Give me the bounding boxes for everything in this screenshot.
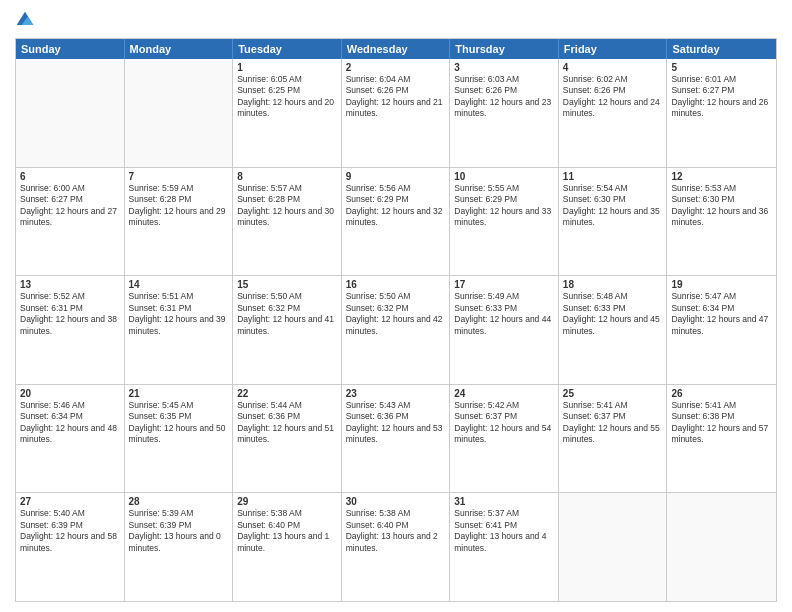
day-info: Sunrise: 5:42 AMSunset: 6:37 PMDaylight:… [454, 400, 554, 446]
day-info: Sunrise: 5:45 AMSunset: 6:35 PMDaylight:… [129, 400, 229, 446]
day-number: 19 [671, 279, 772, 290]
day-info: Sunrise: 6:01 AMSunset: 6:27 PMDaylight:… [671, 74, 772, 120]
day-number: 21 [129, 388, 229, 399]
calendar-cell: 3Sunrise: 6:03 AMSunset: 6:26 PMDaylight… [450, 59, 559, 167]
calendar-cell: 13Sunrise: 5:52 AMSunset: 6:31 PMDayligh… [16, 276, 125, 384]
day-number: 25 [563, 388, 663, 399]
day-number: 22 [237, 388, 337, 399]
header-cell-monday: Monday [125, 39, 234, 59]
calendar-cell: 22Sunrise: 5:44 AMSunset: 6:36 PMDayligh… [233, 385, 342, 493]
calendar-cell: 14Sunrise: 5:51 AMSunset: 6:31 PMDayligh… [125, 276, 234, 384]
day-info: Sunrise: 5:56 AMSunset: 6:29 PMDaylight:… [346, 183, 446, 229]
day-number: 17 [454, 279, 554, 290]
calendar-week-4: 20Sunrise: 5:46 AMSunset: 6:34 PMDayligh… [16, 385, 776, 494]
calendar: SundayMondayTuesdayWednesdayThursdayFrid… [15, 38, 777, 602]
day-number: 24 [454, 388, 554, 399]
calendar-cell: 31Sunrise: 5:37 AMSunset: 6:41 PMDayligh… [450, 493, 559, 601]
day-number: 12 [671, 171, 772, 182]
calendar-cell: 28Sunrise: 5:39 AMSunset: 6:39 PMDayligh… [125, 493, 234, 601]
header [15, 10, 777, 30]
calendar-cell: 10Sunrise: 5:55 AMSunset: 6:29 PMDayligh… [450, 168, 559, 276]
day-number: 31 [454, 496, 554, 507]
day-number: 8 [237, 171, 337, 182]
calendar-cell: 29Sunrise: 5:38 AMSunset: 6:40 PMDayligh… [233, 493, 342, 601]
calendar-cell: 8Sunrise: 5:57 AMSunset: 6:28 PMDaylight… [233, 168, 342, 276]
calendar-cell: 16Sunrise: 5:50 AMSunset: 6:32 PMDayligh… [342, 276, 451, 384]
calendar-cell: 18Sunrise: 5:48 AMSunset: 6:33 PMDayligh… [559, 276, 668, 384]
calendar-cell: 1Sunrise: 6:05 AMSunset: 6:25 PMDaylight… [233, 59, 342, 167]
day-number: 6 [20, 171, 120, 182]
calendar-cell: 30Sunrise: 5:38 AMSunset: 6:40 PMDayligh… [342, 493, 451, 601]
day-number: 20 [20, 388, 120, 399]
day-info: Sunrise: 5:53 AMSunset: 6:30 PMDaylight:… [671, 183, 772, 229]
calendar-cell: 5Sunrise: 6:01 AMSunset: 6:27 PMDaylight… [667, 59, 776, 167]
calendar-cell: 27Sunrise: 5:40 AMSunset: 6:39 PMDayligh… [16, 493, 125, 601]
day-number: 1 [237, 62, 337, 73]
header-cell-wednesday: Wednesday [342, 39, 451, 59]
day-info: Sunrise: 5:50 AMSunset: 6:32 PMDaylight:… [346, 291, 446, 337]
calendar-cell: 26Sunrise: 5:41 AMSunset: 6:38 PMDayligh… [667, 385, 776, 493]
calendar-cell: 11Sunrise: 5:54 AMSunset: 6:30 PMDayligh… [559, 168, 668, 276]
logo-icon [15, 10, 35, 30]
calendar-cell: 4Sunrise: 6:02 AMSunset: 6:26 PMDaylight… [559, 59, 668, 167]
day-info: Sunrise: 5:47 AMSunset: 6:34 PMDaylight:… [671, 291, 772, 337]
calendar-cell: 25Sunrise: 5:41 AMSunset: 6:37 PMDayligh… [559, 385, 668, 493]
day-number: 9 [346, 171, 446, 182]
calendar-cell: 12Sunrise: 5:53 AMSunset: 6:30 PMDayligh… [667, 168, 776, 276]
day-number: 2 [346, 62, 446, 73]
day-info: Sunrise: 6:00 AMSunset: 6:27 PMDaylight:… [20, 183, 120, 229]
calendar-cell: 9Sunrise: 5:56 AMSunset: 6:29 PMDaylight… [342, 168, 451, 276]
day-number: 23 [346, 388, 446, 399]
day-info: Sunrise: 5:50 AMSunset: 6:32 PMDaylight:… [237, 291, 337, 337]
day-info: Sunrise: 5:51 AMSunset: 6:31 PMDaylight:… [129, 291, 229, 337]
day-number: 29 [237, 496, 337, 507]
day-info: Sunrise: 5:39 AMSunset: 6:39 PMDaylight:… [129, 508, 229, 554]
day-info: Sunrise: 6:03 AMSunset: 6:26 PMDaylight:… [454, 74, 554, 120]
day-number: 15 [237, 279, 337, 290]
day-number: 11 [563, 171, 663, 182]
calendar-cell [559, 493, 668, 601]
header-cell-sunday: Sunday [16, 39, 125, 59]
day-number: 14 [129, 279, 229, 290]
day-info: Sunrise: 5:49 AMSunset: 6:33 PMDaylight:… [454, 291, 554, 337]
header-cell-thursday: Thursday [450, 39, 559, 59]
day-info: Sunrise: 5:55 AMSunset: 6:29 PMDaylight:… [454, 183, 554, 229]
header-cell-friday: Friday [559, 39, 668, 59]
calendar-week-1: 1Sunrise: 6:05 AMSunset: 6:25 PMDaylight… [16, 59, 776, 168]
header-cell-saturday: Saturday [667, 39, 776, 59]
day-info: Sunrise: 6:02 AMSunset: 6:26 PMDaylight:… [563, 74, 663, 120]
calendar-cell: 15Sunrise: 5:50 AMSunset: 6:32 PMDayligh… [233, 276, 342, 384]
day-info: Sunrise: 5:48 AMSunset: 6:33 PMDaylight:… [563, 291, 663, 337]
day-number: 18 [563, 279, 663, 290]
day-number: 5 [671, 62, 772, 73]
calendar-cell: 2Sunrise: 6:04 AMSunset: 6:26 PMDaylight… [342, 59, 451, 167]
day-number: 3 [454, 62, 554, 73]
calendar-week-5: 27Sunrise: 5:40 AMSunset: 6:39 PMDayligh… [16, 493, 776, 601]
calendar-cell [125, 59, 234, 167]
calendar-cell [667, 493, 776, 601]
calendar-cell [16, 59, 125, 167]
day-info: Sunrise: 5:44 AMSunset: 6:36 PMDaylight:… [237, 400, 337, 446]
day-info: Sunrise: 5:40 AMSunset: 6:39 PMDaylight:… [20, 508, 120, 554]
calendar-cell: 23Sunrise: 5:43 AMSunset: 6:36 PMDayligh… [342, 385, 451, 493]
day-number: 10 [454, 171, 554, 182]
day-number: 30 [346, 496, 446, 507]
day-info: Sunrise: 6:04 AMSunset: 6:26 PMDaylight:… [346, 74, 446, 120]
day-number: 16 [346, 279, 446, 290]
day-info: Sunrise: 5:41 AMSunset: 6:37 PMDaylight:… [563, 400, 663, 446]
calendar-cell: 21Sunrise: 5:45 AMSunset: 6:35 PMDayligh… [125, 385, 234, 493]
day-number: 4 [563, 62, 663, 73]
day-info: Sunrise: 5:41 AMSunset: 6:38 PMDaylight:… [671, 400, 772, 446]
day-info: Sunrise: 5:38 AMSunset: 6:40 PMDaylight:… [237, 508, 337, 554]
calendar-body: 1Sunrise: 6:05 AMSunset: 6:25 PMDaylight… [16, 59, 776, 601]
calendar-cell: 6Sunrise: 6:00 AMSunset: 6:27 PMDaylight… [16, 168, 125, 276]
day-info: Sunrise: 5:38 AMSunset: 6:40 PMDaylight:… [346, 508, 446, 554]
calendar-week-3: 13Sunrise: 5:52 AMSunset: 6:31 PMDayligh… [16, 276, 776, 385]
calendar-cell: 7Sunrise: 5:59 AMSunset: 6:28 PMDaylight… [125, 168, 234, 276]
calendar-cell: 24Sunrise: 5:42 AMSunset: 6:37 PMDayligh… [450, 385, 559, 493]
day-info: Sunrise: 5:43 AMSunset: 6:36 PMDaylight:… [346, 400, 446, 446]
day-info: Sunrise: 5:59 AMSunset: 6:28 PMDaylight:… [129, 183, 229, 229]
day-info: Sunrise: 5:52 AMSunset: 6:31 PMDaylight:… [20, 291, 120, 337]
day-info: Sunrise: 5:54 AMSunset: 6:30 PMDaylight:… [563, 183, 663, 229]
calendar-week-2: 6Sunrise: 6:00 AMSunset: 6:27 PMDaylight… [16, 168, 776, 277]
